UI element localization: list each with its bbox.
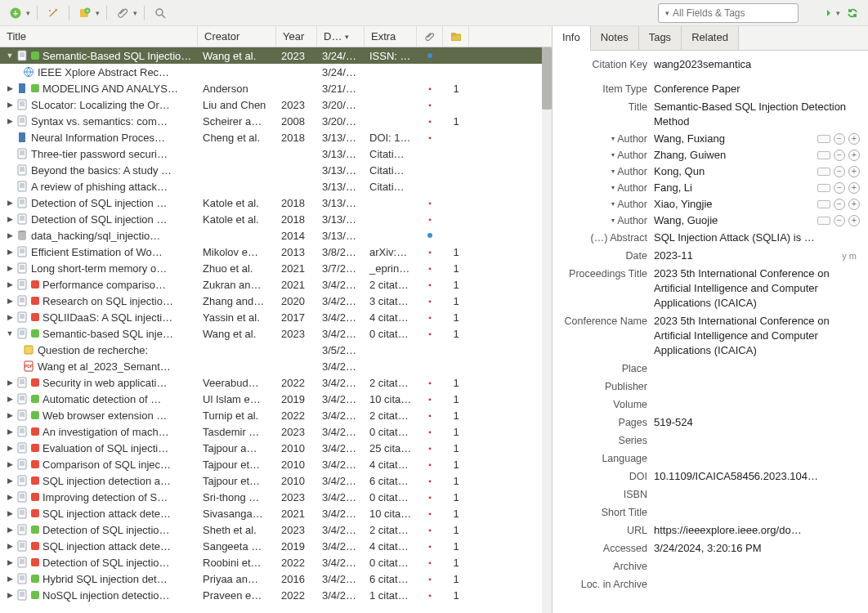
chevron-down-icon[interactable]: ▾ (836, 9, 840, 17)
remove-author-button[interactable]: − (834, 133, 845, 145)
remove-author-button[interactable]: − (834, 215, 845, 226)
table-row[interactable]: ▶SQL injection detection a…Tajpour et…20… (0, 472, 552, 489)
tab-tags[interactable]: Tags (639, 26, 682, 50)
wand-button[interactable] (44, 4, 62, 22)
value-pages[interactable]: 519-524 (654, 415, 860, 430)
scrollbar[interactable] (542, 47, 552, 613)
value-citation-key[interactable]: wang2023semantica (654, 57, 860, 72)
table-row[interactable]: ▶NoSQL injection detectio…Praveen e…2022… (0, 587, 552, 603)
attachment-button[interactable] (114, 4, 132, 22)
value-author[interactable]: Xiao, Yingjie (654, 197, 817, 212)
author-mode-toggle[interactable] (817, 168, 830, 176)
twisty-icon[interactable]: ▶ (5, 248, 15, 256)
search-button[interactable] (151, 4, 169, 22)
twisty-icon[interactable]: ▶ (5, 117, 15, 125)
tab-info[interactable]: Info (553, 26, 591, 51)
twisty-icon[interactable]: ▶ (5, 477, 15, 485)
twisty-icon[interactable]: ▶ (5, 526, 15, 534)
remove-author-button[interactable]: − (834, 166, 845, 177)
author-type-dropdown-icon[interactable]: ▾ (611, 148, 615, 163)
col-title[interactable]: Title (0, 26, 198, 47)
twisty-icon[interactable]: ▶ (5, 280, 15, 289)
table-row[interactable]: Question de recherche:3/5/2… (0, 342, 552, 358)
col-creator[interactable]: Creator (198, 26, 276, 47)
chevron-down-icon[interactable]: ▾ (133, 9, 137, 17)
twisty-icon[interactable]: ▶ (5, 264, 15, 272)
value-author[interactable]: Wang, Guojie (654, 213, 817, 228)
col-year[interactable]: Year (276, 26, 317, 47)
author-mode-toggle[interactable] (817, 217, 830, 225)
table-row[interactable]: ▶Research on SQL injectio…Zhang and…2020… (0, 293, 552, 309)
value-conference[interactable]: 2023 5th International Conference on Art… (654, 314, 860, 358)
remove-author-button[interactable]: − (834, 199, 845, 210)
twisty-icon[interactable]: ▶ (5, 427, 15, 436)
twisty-icon[interactable]: ▶ (5, 297, 15, 305)
scrollbar-thumb[interactable] (542, 47, 552, 110)
table-row[interactable]: ▶Comparison of SQL injec…Tajpour et…2010… (0, 456, 552, 472)
table-row[interactable]: ▶SQLIIDaaS: A SQL injecti…Yassin et al.2… (0, 309, 552, 325)
table-row[interactable]: ▶SQL injection attack dete…Sangeeta …201… (0, 538, 552, 554)
twisty-icon[interactable]: ▶ (5, 591, 15, 599)
value-title[interactable]: Semantic-Based SQL Injection Detection M… (654, 100, 860, 129)
col-extra[interactable]: Extra (365, 26, 417, 47)
twisty-icon[interactable]: ▶ (5, 558, 15, 566)
table-row[interactable]: ▼Semantic-Based SQL Injectio…Wang et al.… (0, 47, 552, 64)
table-row[interactable]: Three-tier password securi…3/13/…Citati… (0, 145, 552, 162)
locate-button[interactable] (817, 4, 834, 22)
search-field[interactable]: ▾ (658, 3, 799, 23)
author-type-dropdown-icon[interactable]: ▾ (611, 213, 615, 228)
label-author[interactable]: ▾Author (556, 148, 654, 163)
remove-author-button[interactable]: − (834, 182, 845, 194)
new-note-button[interactable]: + (76, 4, 94, 22)
table-row[interactable]: ▶Automatic detection of …Ul Islam e…2019… (0, 391, 552, 407)
twisty-icon[interactable]: ▶ (5, 460, 15, 468)
col-folder[interactable] (443, 26, 469, 47)
table-row[interactable]: ▶Performance compariso…Zukran an…20213/4… (0, 276, 552, 293)
table-row[interactable]: ▶Hybrid SQL injection det…Priyaa an…2016… (0, 570, 552, 587)
table-row[interactable]: ▶Detection of SQL injection …Katole et a… (0, 195, 552, 211)
chevron-down-icon[interactable]: ▾ (665, 9, 669, 17)
table-row[interactable]: Neural Information Proces…Cheng et al.20… (0, 129, 552, 145)
table-row[interactable]: ▶Efficient Estimation of Wo…Mikolov e…20… (0, 244, 552, 260)
author-type-dropdown-icon[interactable]: ▾ (611, 164, 615, 179)
author-mode-toggle[interactable] (817, 184, 830, 192)
twisty-icon[interactable]: ▼ (5, 51, 15, 60)
tab-notes[interactable]: Notes (591, 26, 639, 50)
col-attachment[interactable] (417, 26, 443, 47)
table-row[interactable]: A review of phishing attack…3/13/…Citati… (0, 178, 552, 195)
author-type-dropdown-icon[interactable]: ▾ (611, 181, 615, 195)
value-proceedings[interactable]: 2023 5th International Conference on Art… (654, 266, 860, 311)
twisty-icon[interactable]: ▶ (5, 378, 15, 387)
col-date[interactable]: D…▾ (317, 26, 365, 47)
author-type-dropdown-icon[interactable]: ▾ (611, 132, 615, 146)
twisty-icon[interactable]: ▶ (5, 493, 15, 501)
table-row[interactable]: ▶SQL injection attack dete…Sivasanga…202… (0, 505, 552, 521)
table-row[interactable]: ▶Improving detection of S…Sri-thong …202… (0, 489, 552, 505)
twisty-icon[interactable]: ▶ (5, 231, 15, 239)
twisty-icon[interactable]: ▶ (5, 101, 15, 109)
value-date[interactable]: 2023-11y m (654, 248, 860, 263)
items-list[interactable]: ▼Semantic-Based SQL Injectio…Wang et al.… (0, 47, 552, 613)
value-author[interactable]: Wang, Fuxiang (654, 132, 817, 146)
twisty-icon[interactable]: ▶ (5, 199, 15, 207)
value-author[interactable]: Fang, Li (654, 181, 817, 195)
table-row[interactable]: Beyond the basics: A study …3/13/…Citati… (0, 162, 552, 178)
table-row[interactable]: ▶An investigation of mach…Tasdemir …2023… (0, 423, 552, 440)
author-mode-toggle[interactable] (817, 135, 830, 143)
tab-related[interactable]: Related (682, 26, 739, 50)
table-row[interactable]: ▶Syntax vs. semantics: com…Scheirer a…20… (0, 113, 552, 129)
add-author-button[interactable]: + (848, 199, 860, 210)
add-author-button[interactable]: + (848, 150, 860, 161)
twisty-icon[interactable]: ▶ (5, 395, 15, 403)
table-row[interactable]: ▶Detection of SQL injectio…Roobini et…20… (0, 554, 552, 570)
value-author[interactable]: Zhang, Guiwen (654, 148, 817, 163)
twisty-icon[interactable]: ▶ (5, 509, 15, 517)
chevron-down-icon[interactable]: ▾ (96, 9, 100, 17)
table-row[interactable]: PDFWang et al_2023_Semant…3/4/2… (0, 358, 552, 374)
table-row[interactable]: ▶Detection of SQL injection …Katole et a… (0, 211, 552, 227)
table-row[interactable]: ▶Detection of SQL injectio…Sheth et al.2… (0, 521, 552, 538)
search-input[interactable] (673, 7, 795, 19)
table-row[interactable]: ▶MODELING AND ANALYS…Anderson3/21/…▪1 (0, 80, 552, 96)
author-mode-toggle[interactable] (817, 151, 830, 159)
label-author[interactable]: ▾Author (556, 213, 654, 228)
